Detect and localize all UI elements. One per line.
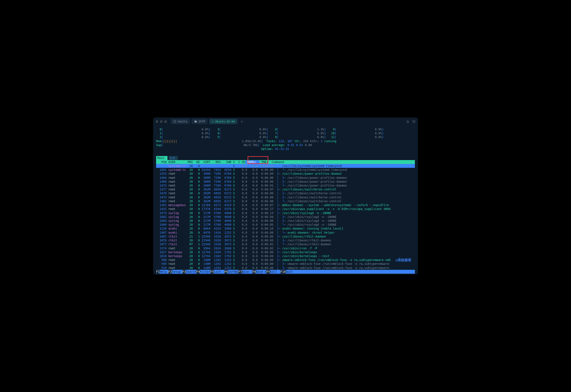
bell-icon[interactable]	[406, 120, 409, 123]
tab-label: Vaults	[178, 120, 187, 123]
tab-label: SFTP	[199, 120, 205, 123]
add-tab-button[interactable]: +	[241, 119, 243, 124]
process-row[interactable]: 1817 kernoops 20 0 12744 2204 1792 S 0.0…	[156, 250, 415, 254]
tab-main[interactable]: Main	[156, 156, 167, 160]
process-row[interactable]: 1867 rtkit 21 1 22940 3328 3072 S 0.0 0.…	[156, 235, 415, 238]
process-row[interactable]: 1876 rtkit 20 0 22940 3328 3072 S 0.0 0.…	[156, 238, 415, 242]
close-dot[interactable]	[156, 120, 158, 123]
function-bar[interactable]: F1Help F2Setup F3SearchF4FilterF5List F6…	[156, 270, 415, 274]
process-row[interactable]: 1602 syslog 20 0 217M 5760 4608 S 0.0 0.…	[156, 215, 415, 219]
process-row[interactable]: 1091 systemd-ti 20 0 91044 7424 6656 S 0…	[156, 168, 415, 172]
process-row[interactable]: 1603 syslog 20 0 217M 5760 4608 S 0.0 0.…	[156, 219, 415, 223]
panel-icon[interactable]	[412, 120, 415, 123]
process-list[interactable]: 993 systemd-ti 20 0 91044 7424 6656 S 0.…	[156, 164, 415, 270]
process-row[interactable]: 510 root 20 0 148M 1292 1152 S 0.0 0.0 0…	[156, 266, 415, 270]
process-row[interactable]: 1470 root 20 0 302M 6656 6272 S 0.0 0.0 …	[156, 191, 415, 195]
htop-tabs: Main I/O	[156, 156, 415, 160]
column-headers[interactable]: PID USER PRI NI VIRT RES SHR S C U% MEM%…	[156, 160, 415, 164]
process-row[interactable]: 1261 messagebus 20 0 12184 6272 4224 S 0…	[156, 203, 415, 207]
process-row[interactable]: 1573 syslog 20 0 217M 5760 4608 S 0.0 0.…	[156, 211, 415, 215]
process-row[interactable]: 508 root 20 0 148M 1292 1152 S 0.0 0.0 0…	[156, 258, 415, 262]
process-row[interactable]: 1374 root 20 0 9564 2816 2688 S 0.0 0.0 …	[156, 246, 415, 250]
process-row[interactable]: 1226 avahi 20 0 8664 4224 3968 S 0.0 0.0…	[156, 226, 415, 230]
tab-label: Ubuntu-24.04	[215, 120, 235, 123]
process-row[interactable]: 1482 root 20 0 302M 6656 6272 S 0.0 0.0 …	[156, 199, 415, 203]
window-controls	[156, 120, 167, 123]
x-icon: ✕	[212, 120, 214, 123]
shield-icon	[173, 120, 176, 123]
process-row[interactable]: 509 root 20 0 148M 1292 1152 S 0.0 0.0 0…	[156, 262, 415, 266]
watermark: ◎系统极客	[395, 258, 411, 263]
process-row[interactable]: 1431 root 20 0 17376 6144 5376 S 0.0 0.0…	[156, 207, 415, 211]
tab-io[interactable]: I/O	[168, 156, 178, 160]
minimize-dot[interactable]	[160, 120, 162, 123]
process-row[interactable]: 1464 root 20 0 306M 7296 6784 S 0.0 0.0 …	[156, 176, 415, 180]
svg-rect-0	[413, 121, 415, 122]
process-row[interactable]: 1810 kernoops 20 0 12744 2184 1792 S 0.0…	[156, 254, 415, 258]
folder-icon	[194, 120, 197, 123]
process-row[interactable]: 1473 root 20 0 306M 7296 6784 S 0.0 0.0 …	[156, 183, 415, 187]
terminal-content[interactable]: 0[ 0.0%] 3[ 0.0%] 6[ 1.3%] 9[ 0.0%] 1[ 0…	[153, 126, 418, 275]
maximize-dot[interactable]	[164, 120, 167, 123]
tab-ubuntu[interactable]: ✕ Ubuntu-24.04	[209, 119, 237, 124]
process-row[interactable]: 1877 rtkit RT 1 22940 3328 3072 S 0.0 0.…	[156, 242, 415, 246]
process-row-selected[interactable]: 993 systemd-ti 20 0 91044 7424 6656 S 0.…	[156, 164, 415, 168]
tab-sftp[interactable]: SFTP	[192, 119, 207, 124]
process-row[interactable]: 1407 avahi 20 0 8476 1416 1152 S 0.0 0.0…	[156, 231, 415, 235]
process-row[interactable]: 1604 syslog 20 0 217M 5760 4608 S 0.0 0.…	[156, 223, 415, 226]
process-row[interactable]: 1466 root 20 0 306M 7296 6784 S 0.0 0.0 …	[156, 180, 415, 183]
titlebar: Vaults SFTP ✕ Ubuntu-24.04 +	[153, 117, 418, 126]
tab-vaults[interactable]: Vaults	[171, 119, 190, 124]
process-row[interactable]: 1472 root 20 0 302M 6656 6272 S 0.0 0.0 …	[156, 195, 415, 199]
process-row[interactable]: 1377 root 20 0 302M 6656 6272 S 0.0 0.0 …	[156, 187, 415, 191]
process-row[interactable]: 1353 root 20 0 306M 7296 6784 S 0.0 0.0 …	[156, 172, 415, 176]
